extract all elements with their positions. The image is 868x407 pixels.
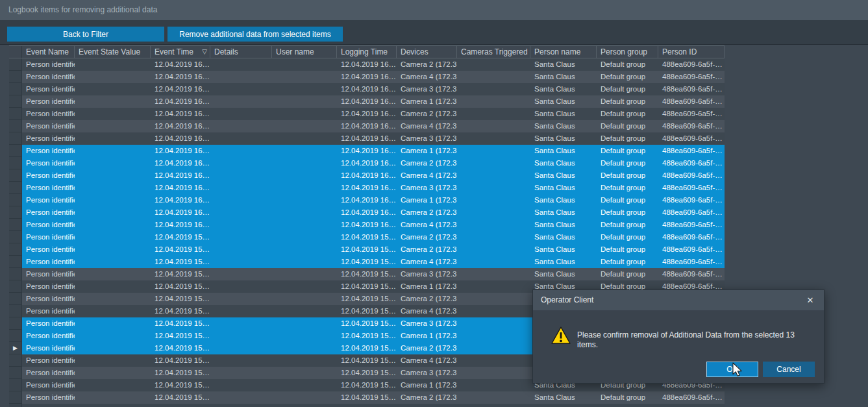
cell-user-name bbox=[272, 280, 337, 293]
cell-event-state-value bbox=[75, 169, 151, 182]
table-row[interactable]: Person identified12.04.2019 16…12.04.201… bbox=[9, 83, 725, 95]
cell-event-name: Person identified bbox=[22, 132, 75, 145]
cell-logging-time: 12.04.2019 15… bbox=[337, 268, 397, 280]
row-marker-cell bbox=[9, 120, 22, 132]
cell-user-name bbox=[272, 367, 337, 379]
table-row[interactable]: Person identified12.04.2019 16…12.04.201… bbox=[9, 120, 725, 132]
cell-details bbox=[210, 231, 272, 243]
table-row[interactable]: Person identified12.04.2019 16…12.04.201… bbox=[9, 58, 725, 71]
cell-user-name bbox=[272, 293, 337, 305]
table-row[interactable]: Person identified12.04.2019 16…12.04.201… bbox=[9, 71, 725, 83]
table-row[interactable]: Person identified12.04.2019 16…12.04.201… bbox=[9, 95, 725, 108]
cell-event-state-value bbox=[75, 268, 151, 280]
cell-event-state-value bbox=[75, 391, 151, 404]
cell-details bbox=[210, 83, 272, 95]
cell-person-id: 488ea609-6a5f-… bbox=[658, 194, 725, 206]
cell-user-name bbox=[272, 58, 337, 71]
cell-logging-time: 12.04.2019 15… bbox=[337, 367, 397, 379]
table-row[interactable]: Person identified12.04.2019 15…12.04.201… bbox=[9, 243, 725, 256]
column-header-event-time[interactable]: Event Time▽ bbox=[151, 46, 210, 58]
back-to-filter-button[interactable]: Back to Filter bbox=[7, 27, 164, 42]
ok-button[interactable]: OK bbox=[706, 362, 758, 377]
row-marker-cell bbox=[9, 256, 22, 268]
column-header-person-name[interactable]: Person name bbox=[530, 46, 597, 58]
cell-logging-time: 12.04.2019 15… bbox=[337, 404, 397, 407]
cell-person-name: Santa Claus bbox=[530, 132, 597, 145]
cell-event-state-value bbox=[75, 367, 151, 379]
cell-cameras-triggered bbox=[457, 243, 530, 256]
column-header-label: Person name bbox=[534, 47, 580, 56]
cell-event-name: Person identified bbox=[22, 145, 75, 157]
cell-person-name: Santa Claus bbox=[530, 95, 597, 108]
cell-details bbox=[210, 268, 272, 280]
table-row[interactable]: Person identified12.04.2019 16…12.04.201… bbox=[9, 169, 725, 182]
column-header-details[interactable]: Details bbox=[210, 46, 272, 58]
cell-event-name: Person identified bbox=[22, 379, 75, 391]
table-row[interactable]: Person identified12.04.2019 15…12.04.201… bbox=[9, 391, 725, 404]
filter-icon[interactable]: ▽ bbox=[202, 46, 207, 58]
table-row[interactable]: Person identified12.04.2019 15…12.04.201… bbox=[9, 404, 725, 407]
table-row[interactable]: Person identified12.04.2019 16…12.04.201… bbox=[9, 132, 725, 145]
column-header-cameras-triggered[interactable]: Cameras Triggered bbox=[457, 46, 530, 58]
cell-event-state-value bbox=[75, 108, 151, 120]
cell-cameras-triggered bbox=[457, 305, 530, 317]
cell-logging-time: 12.04.2019 15… bbox=[337, 243, 397, 256]
cell-details bbox=[210, 391, 272, 404]
remove-additional-data-button[interactable]: Remove additional data from selected ite… bbox=[167, 27, 343, 42]
row-marker-cell bbox=[9, 268, 22, 280]
cell-details bbox=[210, 354, 272, 367]
cell-event-name: Person identified bbox=[22, 317, 75, 330]
cell-person-id: 488ea609-6a5f-… bbox=[658, 169, 725, 182]
cell-details bbox=[210, 293, 272, 305]
cell-event-time: 12.04.2019 15… bbox=[151, 243, 210, 256]
cell-devices: Camera 2 (172.3… bbox=[397, 243, 457, 256]
table-row[interactable]: Person identified12.04.2019 15…12.04.201… bbox=[9, 268, 725, 280]
table-row[interactable]: Person identified12.04.2019 15…12.04.201… bbox=[9, 256, 725, 268]
table-row[interactable]: Person identified12.04.2019 16…12.04.201… bbox=[9, 108, 725, 120]
cell-event-state-value bbox=[75, 157, 151, 169]
column-header-person-id[interactable]: Person ID bbox=[658, 46, 725, 58]
cell-person-name: Santa Claus bbox=[530, 243, 597, 256]
table-row[interactable]: Person identified12.04.2019 16…12.04.201… bbox=[9, 182, 725, 194]
cell-devices: Camera 3 (172.3… bbox=[397, 182, 457, 194]
column-header-event-name[interactable]: Event Name bbox=[22, 46, 75, 58]
cell-event-name: Person identified bbox=[22, 391, 75, 404]
column-header-logging-time[interactable]: Logging Time bbox=[337, 46, 397, 58]
row-marker-cell bbox=[9, 293, 22, 305]
cell-logging-time: 12.04.2019 16… bbox=[337, 219, 397, 231]
table-row[interactable]: Person identified12.04.2019 16…12.04.201… bbox=[9, 145, 725, 157]
cell-cameras-triggered bbox=[457, 231, 530, 243]
table-row[interactable]: Person identified12.04.2019 15…12.04.201… bbox=[9, 231, 725, 243]
cell-person-id: 488ea609-6a5f-… bbox=[658, 182, 725, 194]
cell-person-name: Santa Claus bbox=[530, 108, 597, 120]
column-header-event-state-value[interactable]: Event State Value bbox=[75, 46, 151, 58]
cell-cameras-triggered bbox=[457, 219, 530, 231]
cell-person-name: Santa Claus bbox=[530, 391, 597, 404]
cell-devices: Camera 4 (172.3… bbox=[397, 354, 457, 367]
table-row[interactable]: Person identified12.04.2019 16…12.04.201… bbox=[9, 206, 725, 219]
cell-devices: Camera 2 (172.3… bbox=[397, 391, 457, 404]
column-header-person-group[interactable]: Person group bbox=[597, 46, 658, 58]
column-header-user-name[interactable]: User name bbox=[272, 46, 337, 58]
cell-person-id: 488ea609-6a5f-… bbox=[658, 219, 725, 231]
cell-event-state-value bbox=[75, 120, 151, 132]
cell-event-name: Person identified bbox=[22, 256, 75, 268]
table-row[interactable]: Person identified12.04.2019 16…12.04.201… bbox=[9, 194, 725, 206]
cell-details bbox=[210, 330, 272, 342]
cell-person-id: 488ea609-6a5f-… bbox=[658, 83, 725, 95]
table-row[interactable]: Person identified12.04.2019 16…12.04.201… bbox=[9, 157, 725, 169]
cell-user-name bbox=[272, 404, 337, 407]
cell-person-id: 488ea609-6a5f-… bbox=[658, 231, 725, 243]
cell-user-name bbox=[272, 305, 337, 317]
dialog-message: Please confirm removal of Additional Dat… bbox=[577, 330, 815, 350]
column-header-devices[interactable]: Devices bbox=[397, 46, 457, 58]
column-header-label: Cameras Triggered bbox=[461, 47, 528, 56]
cell-event-time: 12.04.2019 15… bbox=[151, 354, 210, 367]
row-marker-cell bbox=[9, 243, 22, 256]
cell-details bbox=[210, 108, 272, 120]
cancel-button[interactable]: Cancel bbox=[763, 362, 815, 377]
close-icon[interactable]: ✕ bbox=[804, 290, 816, 310]
cell-person-group: Default group bbox=[597, 58, 658, 71]
table-row[interactable]: Person identified12.04.2019 16…12.04.201… bbox=[9, 219, 725, 231]
cell-cameras-triggered bbox=[457, 317, 530, 330]
